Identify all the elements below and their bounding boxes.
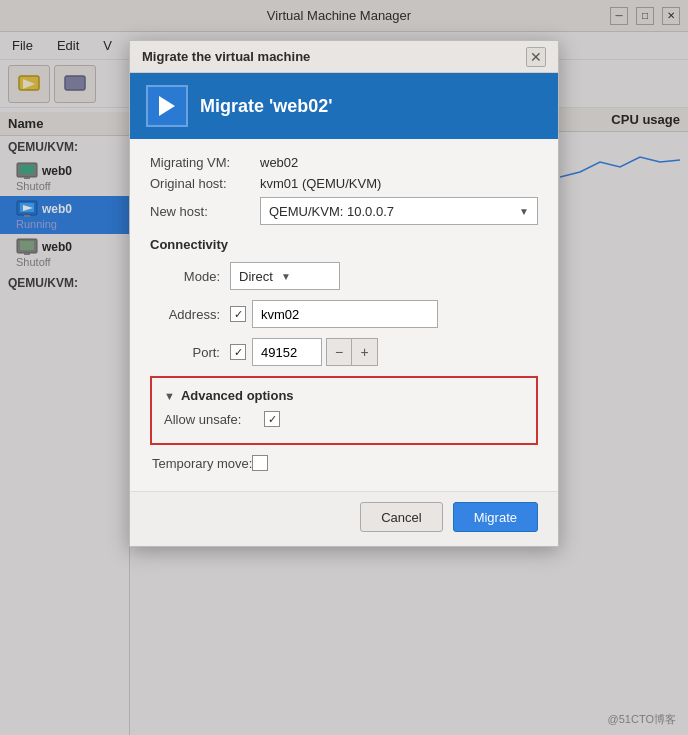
port-increment-button[interactable]: + xyxy=(352,338,378,366)
dialog-footer: Cancel Migrate xyxy=(130,491,558,546)
temp-move-label: Temporary move: xyxy=(152,456,252,471)
original-host-row: Original host: kvm01 (QEMU/KVM) xyxy=(150,176,538,191)
mode-value: Direct xyxy=(239,269,273,284)
new-host-row: New host: QEMU/KVM: 10.0.0.7 ▼ xyxy=(150,197,538,225)
migrate-button[interactable]: Migrate xyxy=(453,502,538,532)
advanced-arrow-icon: ▼ xyxy=(164,390,175,402)
mode-select[interactable]: Direct ▼ xyxy=(230,262,340,290)
advanced-options-box: ▼ Advanced options Allow unsafe: xyxy=(150,376,538,445)
migrate-dialog: Migrate the virtual machine ✕ Migrate 'w… xyxy=(129,40,559,547)
dialog-header-icon xyxy=(146,85,188,127)
new-host-label: New host: xyxy=(150,204,260,219)
port-label: Port: xyxy=(150,345,230,360)
temp-move-row: Temporary move: xyxy=(150,455,538,471)
dialog-body: Migrating VM: web02 Original host: kvm01… xyxy=(130,139,558,491)
connectivity-section-title: Connectivity xyxy=(150,237,538,252)
dialog-titlebar: Migrate the virtual machine ✕ xyxy=(130,41,558,73)
dialog-title: Migrate the virtual machine xyxy=(142,49,310,64)
address-checkbox[interactable] xyxy=(230,306,246,322)
mode-row: Mode: Direct ▼ xyxy=(150,262,538,290)
migrating-vm-label: Migrating VM: xyxy=(150,155,260,170)
original-host-label: Original host: xyxy=(150,176,260,191)
advanced-title-row[interactable]: ▼ Advanced options xyxy=(164,388,524,403)
advanced-options-title: Advanced options xyxy=(181,388,294,403)
port-checkbox[interactable] xyxy=(230,344,246,360)
migrating-vm-row: Migrating VM: web02 xyxy=(150,155,538,170)
dialog-overlay: Migrate the virtual machine ✕ Migrate 'w… xyxy=(0,0,688,735)
original-host-value: kvm01 (QEMU/KVM) xyxy=(260,176,381,191)
allow-unsafe-row: Allow unsafe: xyxy=(164,411,524,427)
allow-unsafe-checkbox[interactable] xyxy=(264,411,280,427)
host-select-arrow-icon: ▼ xyxy=(519,206,529,217)
mode-arrow-icon: ▼ xyxy=(281,271,291,282)
new-host-select[interactable]: QEMU/KVM: 10.0.0.7 ▼ xyxy=(260,197,538,225)
port-decrement-button[interactable]: − xyxy=(326,338,352,366)
dialog-close-button[interactable]: ✕ xyxy=(526,47,546,67)
mode-label: Mode: xyxy=(150,269,230,284)
new-host-value: QEMU/KVM: 10.0.0.7 xyxy=(269,204,394,219)
temp-move-checkbox[interactable] xyxy=(252,455,268,471)
address-row: Address: xyxy=(150,300,538,328)
address-label: Address: xyxy=(150,307,230,322)
port-input[interactable] xyxy=(252,338,322,366)
main-window: Virtual Machine Manager ─ □ ✕ File Edit … xyxy=(0,0,688,735)
allow-unsafe-label: Allow unsafe: xyxy=(164,412,264,427)
dialog-header-title: Migrate 'web02' xyxy=(200,96,333,117)
dialog-header: Migrate 'web02' xyxy=(130,73,558,139)
port-row: Port: − + xyxy=(150,338,538,366)
migrating-vm-value: web02 xyxy=(260,155,298,170)
address-input[interactable] xyxy=(252,300,438,328)
play-icon xyxy=(159,96,175,116)
cancel-button[interactable]: Cancel xyxy=(360,502,442,532)
